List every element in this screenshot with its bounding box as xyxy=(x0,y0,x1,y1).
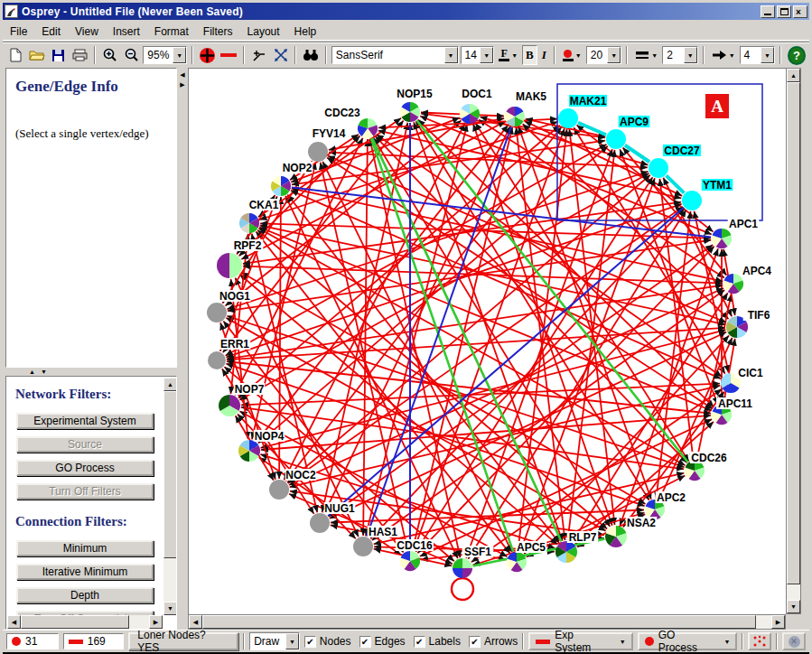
italic-button[interactable]: I xyxy=(539,45,549,65)
arrow-size-combo-dropdown[interactable]: ▼ xyxy=(761,47,774,63)
checkbox-labels[interactable]: ✔Labels xyxy=(414,635,461,648)
fit-to-window-button[interactable] xyxy=(271,45,291,65)
close-button[interactable]: × xyxy=(793,5,807,18)
arrow-style-dropdown[interactable]: ▼ xyxy=(729,52,735,59)
graph-node-label[interactable]: HAS1 xyxy=(369,526,397,538)
filter-button-iterative-minimum[interactable]: Iterative Minimum xyxy=(16,564,154,580)
checkbox-arrows[interactable]: ✔Arrows xyxy=(469,635,518,648)
save-button[interactable] xyxy=(49,45,69,65)
graph-node-mak21[interactable] xyxy=(558,108,578,128)
exp-system-dropdown[interactable]: ▼ xyxy=(620,639,626,645)
canvas-vertical-scrollbar[interactable]: ▲ ▼ xyxy=(786,68,801,614)
menu-item-layout[interactable]: Layout xyxy=(240,23,287,40)
zoom-combo-dropdown[interactable]: ▼ xyxy=(173,47,186,63)
graph-node-apc1[interactable] xyxy=(712,229,732,248)
font-color-button[interactable]: F ▼ xyxy=(496,45,520,65)
scroll-left-button[interactable]: ◀ xyxy=(7,615,21,629)
splitter-right-icon[interactable]: ▶ xyxy=(180,81,184,88)
draw-mode-dropdown[interactable]: ▼ xyxy=(285,633,299,649)
graph-node-label[interactable]: CDC27 xyxy=(664,145,700,157)
help-button[interactable]: ? xyxy=(788,46,806,65)
graph-node-label[interactable]: NOC2 xyxy=(285,469,316,481)
graph-node-apc5[interactable] xyxy=(507,552,527,572)
font-size-combo[interactable]: 14 ▼ xyxy=(461,46,495,64)
graph-node-label[interactable]: NOP15 xyxy=(397,88,433,100)
splitter-down-icon[interactable]: ▼ xyxy=(41,369,47,375)
checkbox-edges[interactable]: ✔Edges xyxy=(359,635,406,648)
edge-width-dropdown[interactable]: ▼ xyxy=(651,52,658,59)
zoom-level-combo[interactable]: 95% ▼ xyxy=(143,46,187,64)
zoom-in-button[interactable] xyxy=(100,45,120,65)
graph-node-label[interactable]: FYV14 xyxy=(313,127,346,140)
graph-node-fyv14[interactable] xyxy=(308,142,328,162)
filter-button-minimum[interactable]: Minimum xyxy=(16,540,154,556)
title-bar[interactable]: Osprey - Untitled File (Never Been Saved… xyxy=(3,3,809,20)
graph-node-nog1[interactable] xyxy=(207,303,227,322)
graph-node-label[interactable]: APC4 xyxy=(742,265,771,277)
graph-node-label[interactable]: MAK21 xyxy=(570,95,607,107)
arrow-size-combo[interactable]: 4 ▼ xyxy=(740,46,775,64)
graph-node-label[interactable]: CDC26 xyxy=(691,452,727,464)
graph-node-label[interactable]: NSA2 xyxy=(627,517,656,529)
menu-item-file[interactable]: File xyxy=(3,23,34,40)
go-process-dropdown[interactable]: ▼ xyxy=(723,639,730,645)
minimize-button[interactable] xyxy=(761,5,775,18)
graph-node-label[interactable]: CIC1 xyxy=(738,367,763,379)
arrow-style-button[interactable]: ▼ xyxy=(709,45,738,65)
graph-node-label[interactable]: ERR1 xyxy=(220,338,249,350)
menu-item-view[interactable]: View xyxy=(68,23,106,40)
edge-bend-button[interactable] xyxy=(249,45,269,65)
checkbox-nodes[interactable]: ✔Nodes xyxy=(304,635,351,648)
graph-node-label[interactable]: RPF2 xyxy=(234,239,262,252)
graph-node-apc4[interactable] xyxy=(723,274,743,294)
edge-width-button[interactable]: ▼ xyxy=(632,45,660,65)
graph-node-cka1[interactable] xyxy=(239,213,259,233)
graph-node-label[interactable]: SSF1 xyxy=(464,546,491,558)
scrollbar-thumb[interactable] xyxy=(787,82,800,584)
open-file-button[interactable] xyxy=(28,45,48,65)
new-file-button[interactable] xyxy=(6,45,26,65)
graph-node-label[interactable]: CKA1 xyxy=(249,199,279,211)
edge-width-combo[interactable]: 2 ▼ xyxy=(662,46,697,64)
scroll-down-button[interactable]: ▼ xyxy=(787,600,800,613)
graph-node-label[interactable]: NOG1 xyxy=(219,290,250,303)
menu-item-filters[interactable]: Filters xyxy=(196,23,240,40)
graph-node-rlp7[interactable] xyxy=(555,541,577,563)
scroll-right-button[interactable]: ▶ xyxy=(771,615,785,629)
graph-node-label[interactable]: APC11 xyxy=(718,397,752,410)
graph-node-cdc23[interactable] xyxy=(358,118,378,138)
graph-node-label[interactable]: TIF6 xyxy=(748,309,770,322)
graph-node-nop4[interactable] xyxy=(238,440,260,462)
horizontal-splitter[interactable]: ▲ ▼ xyxy=(5,368,177,376)
graph-node-label[interactable]: APC9 xyxy=(620,116,649,128)
graph-node-nop7[interactable] xyxy=(219,395,240,416)
network-graph[interactable]: NOP15DOC1MAK5MAK21APC9CDC27YTM1APC1APC4T… xyxy=(189,69,785,613)
graph-node-nsa2[interactable] xyxy=(605,526,627,547)
graph-node-ssf1[interactable] xyxy=(453,558,472,578)
menu-item-format[interactable]: Format xyxy=(147,23,196,40)
scroll-right-button[interactable]: ▶ xyxy=(149,615,163,629)
checkbox-box[interactable]: ✔ xyxy=(359,636,371,648)
graph-node-mak5[interactable] xyxy=(505,107,525,126)
filter-button-go-process[interactable]: GO Process xyxy=(16,460,154,476)
scrollbar-thumb[interactable] xyxy=(163,391,177,558)
graph-node-label[interactable]: NOP2 xyxy=(283,162,313,174)
graph-node-noc2[interactable] xyxy=(269,480,289,500)
draw-mode-combo[interactable]: Draw ▼ xyxy=(249,632,300,650)
font-family-combo[interactable]: SansSerif ▼ xyxy=(331,46,459,64)
graph-node-nug1[interactable] xyxy=(310,513,330,533)
graph-node-cdc16[interactable] xyxy=(400,551,420,571)
graph-node-nop15[interactable] xyxy=(400,102,420,122)
network-canvas[interactable]: NOP15DOC1MAK5MAK21APC9CDC27YTM1APC1APC4T… xyxy=(188,68,786,614)
canvas-horizontal-scrollbar[interactable]: ◀ ▶ xyxy=(188,614,786,630)
scatter-layout-button[interactable] xyxy=(748,632,771,650)
graph-node-label[interactable]: NUG1 xyxy=(324,502,355,515)
graph-node-apc9[interactable] xyxy=(606,129,626,149)
edge-width-combo-dropdown[interactable]: ▼ xyxy=(684,47,697,63)
graph-node-ytm1[interactable] xyxy=(682,191,702,210)
graph-node-label[interactable]: APC1 xyxy=(729,218,758,230)
graph-node-has1[interactable] xyxy=(353,537,373,556)
scrollbar-thumb[interactable] xyxy=(21,615,129,629)
scroll-down-button[interactable]: ▼ xyxy=(163,602,177,615)
find-button[interactable] xyxy=(301,45,321,65)
